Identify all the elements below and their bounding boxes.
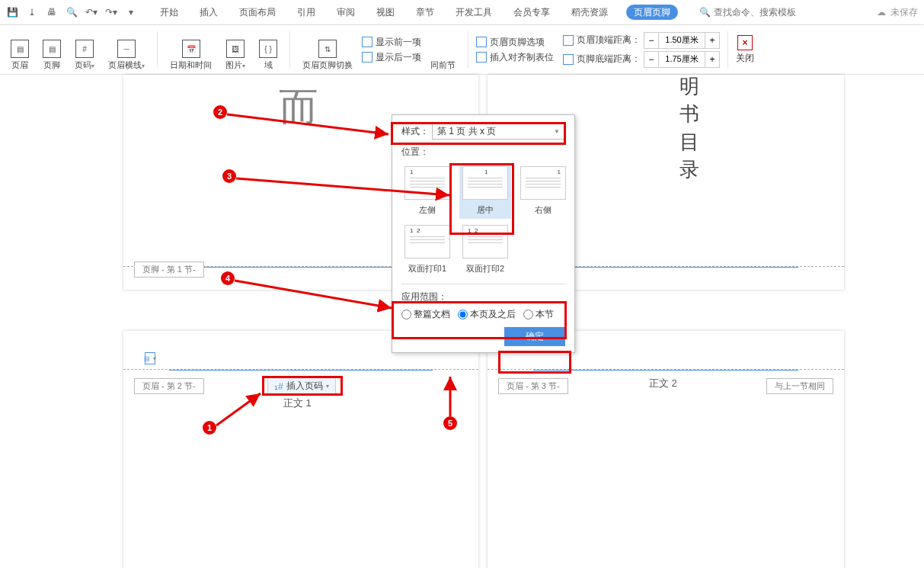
document-canvas: 而 页脚 - 第 1 节- 样式： 第 1 页 共 x 页 ▼ 位置： 1 左侧 [0,75,924,568]
inc-button[interactable]: + [705,33,719,48]
same-as-prev-tag: 与上一节相同 [766,378,833,394]
same-as-prev-button[interactable]: 同前节 [426,28,460,71]
unsaved-label: 未保存 [890,6,918,19]
position-duplex-2[interactable]: 1 2 双面打印2 [459,222,511,278]
dec-button[interactable]: − [644,52,658,67]
tab-header-footer[interactable]: 页眉页脚 [626,5,678,20]
options-group: 页眉页脚选项 插入对齐制表位 [476,36,554,64]
quick-access-toolbar: 💾 ⤓ 🖶 🔍 ↶▾ ↷▾ ▾ [6,6,137,18]
tab-member[interactable]: 会员专享 [510,0,553,24]
body-text: 正文 1 [283,396,312,410]
page-2-left: ▤▾ 页眉 - 第 2 节- ₁# 插入页码 ▾ 正文 1 [123,331,478,568]
header-section-tag: 页眉 - 第 2 节- [134,378,204,394]
ok-button[interactable]: 确定 [504,327,565,346]
header-footer-switch-button[interactable]: ⇅页眉页脚切换 [298,28,357,71]
footer-button[interactable]: ▤页脚 [38,28,66,71]
print-icon[interactable]: 🖶 [46,6,58,18]
arrow-1 [213,390,267,431]
header-section-tag: 页眉 - 第 3 节- [498,378,568,394]
inc-button[interactable]: + [705,52,719,67]
svg-line-3 [235,281,392,308]
picture-button[interactable]: 🖼图片▾ [221,28,250,71]
show-prev-button[interactable]: 显示前一项 [362,36,421,49]
separator [157,31,158,68]
tab-start[interactable]: 开始 [157,0,181,24]
field-button[interactable]: { }域 [254,28,282,71]
page-number-popup: 样式： 第 1 页 共 x 页 ▼ 位置： 1 左侧 1 居中 1 右侧 [392,114,575,353]
header-area[interactable] [123,369,478,370]
tab-view[interactable]: 视图 [373,0,398,24]
page-number-icon: ₁# [274,381,283,392]
command-search[interactable]: 🔍 [699,7,820,18]
page-number-button[interactable]: #页码▾ [70,28,99,71]
tab-page-layout[interactable]: 页面布局 [236,0,279,24]
arrow-4 [232,276,396,316]
chevron-down-icon: ▼ [554,128,560,135]
distance-group: 页眉顶端距离： − + 页脚底端距离： − + [563,32,720,68]
scope-label: 应用范围： [401,290,565,303]
tab-sections[interactable]: 章节 [413,0,437,24]
vertical-text: 明 书 目 录 [679,73,699,185]
footer-bottom-dist-input[interactable] [658,52,705,67]
insert-page-number-button[interactable]: ₁# 插入页码 ▾ [267,377,336,396]
header-button[interactable]: ▤页眉 [6,28,34,71]
position-right[interactable]: 1 右侧 [517,163,569,219]
footer-bottom-dist-label: 页脚底端距离： [577,53,641,66]
tab-review[interactable]: 审阅 [334,0,358,24]
tab-references[interactable]: 引用 [294,0,318,24]
header-footer-options-button[interactable]: 页眉页脚选项 [476,36,554,49]
date-time-button[interactable]: 📅日期和时间 [165,28,216,71]
search-input[interactable] [714,7,820,18]
svg-line-1 [227,114,388,134]
ribbon-tabs: 开始 插入 页面布局 引用 审阅 视图 章节 开发工具 会员专享 稻壳资源 页眉… [157,0,678,24]
close-header-footer-button[interactable]: × 关闭 [736,35,754,65]
arrow-3 [233,174,454,207]
footer-dist-icon [563,54,574,65]
close-icon: × [737,35,753,50]
tab-developer[interactable]: 开发工具 [452,0,495,24]
footer-section-tag: 页脚 - 第 1 节- [134,262,204,278]
undo-icon[interactable]: ↶▾ [85,6,98,18]
search-icon: 🔍 [699,7,711,18]
header-area[interactable] [488,369,844,370]
show-next-button[interactable]: 显示后一项 [362,51,421,64]
position-duplex-1[interactable]: 1 2 双面打印1 [401,222,453,278]
style-value: 第 1 页 共 x 页 [437,125,496,138]
header-top-dist-stepper[interactable]: − + [644,32,720,49]
position-center[interactable]: 1 居中 [459,163,511,219]
header-dist-icon [563,35,574,46]
svg-line-0 [216,393,261,425]
tab-insert[interactable]: 插入 [197,0,221,24]
preview-icon[interactable]: 🔍 [66,6,78,18]
arrow-2 [224,110,392,143]
separator [727,31,728,68]
separator [289,31,290,68]
position-label: 位置： [401,146,565,159]
ribbon: ▤页眉 ▤页脚 #页码▾ ─页眉横线▾ 📅日期和时间 🖼图片▾ { }域 ⇅页眉… [0,25,924,75]
style-label: 样式： [401,125,429,138]
chevron-down-icon: ▾ [326,383,329,390]
scope-whole-doc[interactable]: 整篇文档 [401,308,450,321]
arrow-5 [439,374,462,422]
nav-group: 显示前一项 显示后一项 [362,36,421,64]
style-select[interactable]: 第 1 页 共 x 页 ▼ [432,123,565,140]
page-3-right: 页眉 - 第 3 节- 与上一节相同 正文 2 [488,331,844,568]
insert-align-tab-button[interactable]: 插入对齐制表位 [476,51,554,64]
svg-line-2 [236,178,449,195]
titlebar-right: ☁ 未保存 [877,6,918,19]
header-line-button[interactable]: ─页眉横线▾ [104,28,149,71]
overflow-icon[interactable]: ▾ [125,6,137,18]
cloud-icon: ☁ [877,7,886,18]
footer-bottom-dist-stepper[interactable]: − + [644,51,720,68]
document-icon[interactable]: ▤▾ [145,352,155,364]
export-icon[interactable]: ⤓ [26,6,38,18]
redo-icon[interactable]: ↷▾ [105,6,117,18]
title-bar: 💾 ⤓ 🖶 🔍 ↶▾ ↷▾ ▾ 开始 插入 页面布局 引用 审阅 视图 章节 开… [0,0,924,25]
scope-this-and-after[interactable]: 本页及之后 [458,308,516,321]
scope-this-section[interactable]: 本节 [523,308,554,321]
save-icon[interactable]: 💾 [6,6,18,18]
header-top-dist-input[interactable] [658,33,705,48]
tab-resources[interactable]: 稻壳资源 [568,0,611,24]
separator [468,31,468,68]
dec-button[interactable]: − [644,33,658,48]
